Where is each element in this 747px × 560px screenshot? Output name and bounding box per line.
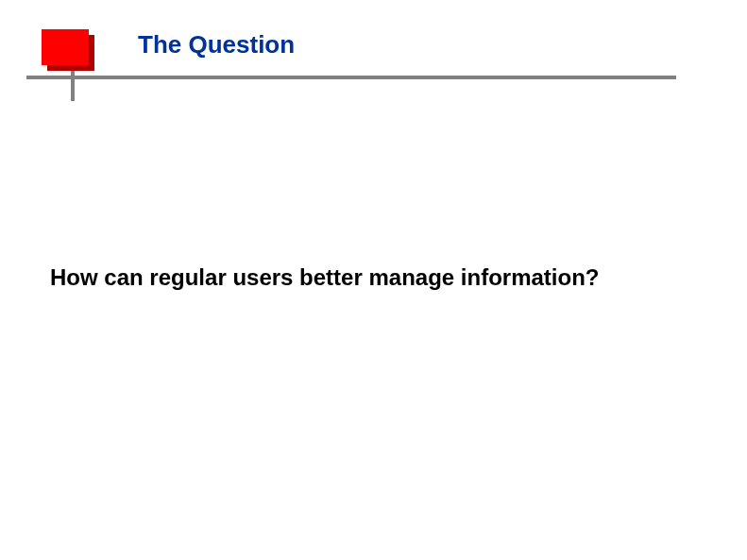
horizontal-divider (26, 76, 676, 79)
accent-square (42, 29, 89, 65)
slide-body-text: How can regular users better manage info… (50, 264, 599, 291)
slide-title: The Question (138, 30, 295, 59)
slide: The Question How can regular users bette… (0, 0, 747, 560)
